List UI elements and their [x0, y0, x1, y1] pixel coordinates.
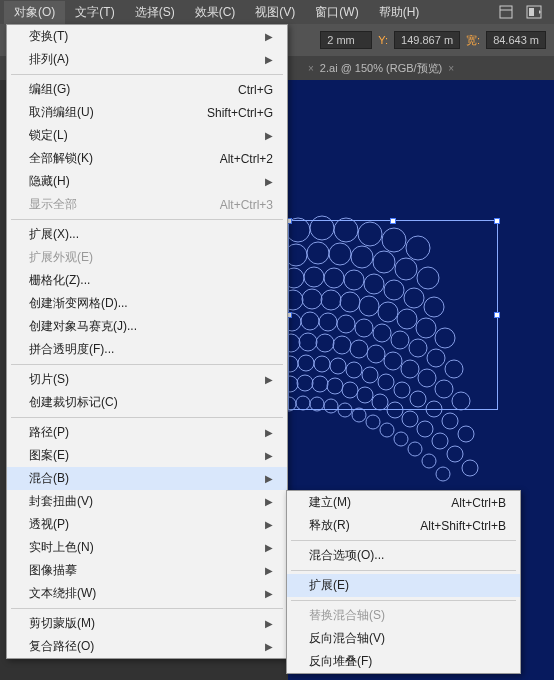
submenu-arrow-icon: ▶: [265, 618, 273, 629]
menu-window[interactable]: 窗口(W): [305, 1, 368, 24]
submenu-arrow-icon: ▶: [265, 31, 273, 42]
svg-point-78: [447, 446, 463, 462]
submenu-release[interactable]: 释放(R)Alt+Shift+Ctrl+B: [287, 514, 520, 537]
svg-point-79: [462, 460, 478, 476]
svg-point-77: [432, 433, 448, 449]
menubar: 对象(O) 文字(T) 选择(S) 效果(C) 视图(V) 窗口(W) 帮助(H…: [0, 0, 554, 24]
menu-pattern[interactable]: 图案(E)▶: [7, 444, 287, 467]
menu-object[interactable]: 对象(O): [4, 1, 65, 24]
submenu-reverse-front[interactable]: 反向堆叠(F): [287, 650, 520, 673]
menu-live-paint[interactable]: 实时上色(N)▶: [7, 536, 287, 559]
menubar-right-icons: [498, 5, 550, 19]
menu-show-all: 显示全部Alt+Ctrl+3: [7, 193, 287, 216]
svg-point-86: [366, 415, 380, 429]
document-tab[interactable]: × 2.ai @ 150% (RGB/预览) ×: [300, 57, 462, 80]
menu-text[interactable]: 文字(T): [65, 1, 124, 24]
svg-rect-0: [500, 6, 512, 18]
menu-transform[interactable]: 变换(T)▶: [7, 25, 287, 48]
menu-perspective[interactable]: 透视(P)▶: [7, 513, 287, 536]
menu-compound-path[interactable]: 复合路径(O)▶: [7, 635, 287, 658]
submenu-arrow-icon: ▶: [265, 374, 273, 385]
menu-group[interactable]: 编组(G)Ctrl+G: [7, 78, 287, 101]
menu-view[interactable]: 视图(V): [245, 1, 305, 24]
shortcut: Alt+Ctrl+3: [220, 198, 273, 212]
menu-separator: [11, 608, 283, 609]
submenu-arrow-icon: ▶: [265, 641, 273, 652]
y-label: Y:: [378, 34, 388, 46]
menu-select[interactable]: 选择(S): [125, 1, 185, 24]
submenu-arrow-icon: ▶: [265, 473, 273, 484]
shortcut: Alt+Ctrl+2: [220, 152, 273, 166]
svg-point-66: [458, 426, 474, 442]
submenu-arrow-icon: ▶: [265, 588, 273, 599]
shortcut: Shift+Ctrl+G: [207, 106, 273, 120]
handle-e[interactable]: [494, 312, 500, 318]
menu-image-trace[interactable]: 图像描摹▶: [7, 559, 287, 582]
menu-expand[interactable]: 扩展(X)...: [7, 223, 287, 246]
svg-point-91: [436, 467, 450, 481]
submenu-arrow-icon: ▶: [265, 450, 273, 461]
menu-blend[interactable]: 混合(B)▶: [7, 467, 287, 490]
shortcut: Alt+Shift+Ctrl+B: [420, 519, 506, 533]
submenu-arrow-icon: ▶: [265, 176, 273, 187]
menu-gradient-mesh[interactable]: 创建渐变网格(D)...: [7, 292, 287, 315]
submenu-options[interactable]: 混合选项(O)...: [287, 544, 520, 567]
blend-submenu: 建立(M)Alt+Ctrl+B 释放(R)Alt+Shift+Ctrl+B 混合…: [286, 490, 521, 674]
submenu-make[interactable]: 建立(M)Alt+Ctrl+B: [287, 491, 520, 514]
menu-arrange[interactable]: 排列(A)▶: [7, 48, 287, 71]
submenu-reverse-spine[interactable]: 反向混合轴(V): [287, 627, 520, 650]
tab-label: 2.ai @ 150% (RGB/预览): [320, 61, 442, 76]
menu-flatten[interactable]: 拼合透明度(F)...: [7, 338, 287, 361]
y-field[interactable]: 149.867 m: [394, 31, 460, 49]
menu-clipping-mask[interactable]: 剪切蒙版(M)▶: [7, 612, 287, 635]
submenu-arrow-icon: ▶: [265, 54, 273, 65]
menu-hide[interactable]: 隐藏(H)▶: [7, 170, 287, 193]
w-label: 宽:: [466, 33, 480, 48]
submenu-arrow-icon: ▶: [265, 130, 273, 141]
submenu-arrow-icon: ▶: [265, 427, 273, 438]
menu-separator: [291, 600, 516, 601]
submenu-expand[interactable]: 扩展(E): [287, 574, 520, 597]
shortcut: Alt+Ctrl+B: [451, 496, 506, 510]
svg-point-85: [352, 408, 366, 422]
svg-point-89: [408, 442, 422, 456]
svg-point-88: [394, 432, 408, 446]
submenu-arrow-icon: ▶: [265, 496, 273, 507]
handle-ne[interactable]: [494, 218, 500, 224]
menu-rasterize[interactable]: 栅格化(Z)...: [7, 269, 287, 292]
selection-bounds: [288, 220, 498, 410]
layout-icon[interactable]: [526, 5, 542, 19]
tab-close-left-icon[interactable]: ×: [308, 63, 314, 74]
svg-point-65: [442, 413, 458, 429]
menu-envelope[interactable]: 封套扭曲(V)▶: [7, 490, 287, 513]
menu-unlock-all[interactable]: 全部解锁(K)Alt+Ctrl+2: [7, 147, 287, 170]
tab-close-icon[interactable]: ×: [448, 63, 454, 74]
submenu-arrow-icon: ▶: [265, 542, 273, 553]
menu-text-wrap[interactable]: 文本绕排(W)▶: [7, 582, 287, 605]
shortcut: Ctrl+G: [238, 83, 273, 97]
menu-effect[interactable]: 效果(C): [185, 1, 246, 24]
menu-mosaic[interactable]: 创建对象马赛克(J)...: [7, 315, 287, 338]
menu-expand-appearance: 扩展外观(E): [7, 246, 287, 269]
svg-rect-3: [529, 8, 534, 16]
svg-point-87: [380, 423, 394, 437]
svg-point-90: [422, 454, 436, 468]
menu-separator: [291, 570, 516, 571]
menu-separator: [11, 74, 283, 75]
handle-n[interactable]: [390, 218, 396, 224]
w-field[interactable]: 84.643 m: [486, 31, 546, 49]
unit-field[interactable]: 2 mm: [320, 31, 372, 49]
doc-icon[interactable]: [498, 5, 514, 19]
svg-point-76: [417, 421, 433, 437]
menu-ungroup[interactable]: 取消编组(U)Shift+Ctrl+G: [7, 101, 287, 124]
menu-lock[interactable]: 锁定(L)▶: [7, 124, 287, 147]
menu-slice[interactable]: 切片(S)▶: [7, 368, 287, 391]
menu-separator: [11, 364, 283, 365]
menu-path[interactable]: 路径(P)▶: [7, 421, 287, 444]
menu-separator: [11, 219, 283, 220]
menu-trim-marks[interactable]: 创建裁切标记(C): [7, 391, 287, 414]
submenu-arrow-icon: ▶: [265, 565, 273, 576]
menu-help[interactable]: 帮助(H): [369, 1, 430, 24]
submenu-arrow-icon: ▶: [265, 519, 273, 530]
submenu-replace-spine: 替换混合轴(S): [287, 604, 520, 627]
